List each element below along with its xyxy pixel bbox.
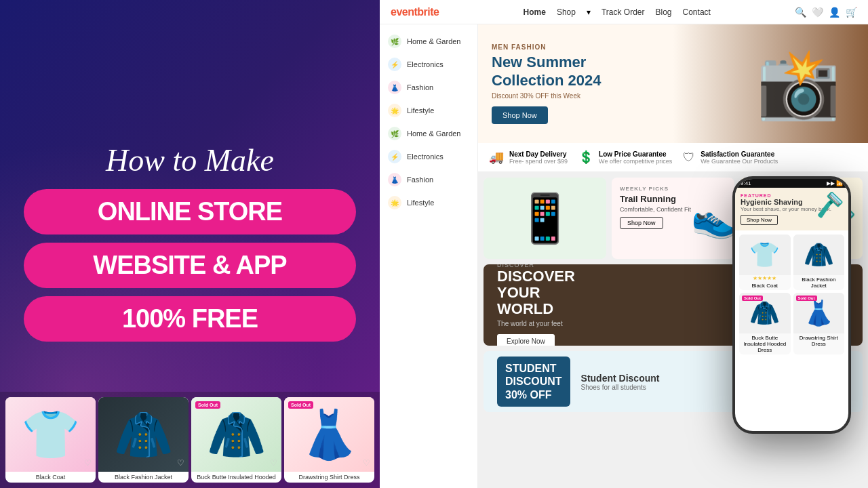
phone-mockup: 9:41 ▶▶ 📶 FEATURED Hygienic Shaving Your… — [732, 176, 851, 434]
left-panel: How to Make ONLINE STORE WEBSITE & APP 1… — [0, 0, 380, 488]
sidebar-item-fashion-2[interactable]: 👗 Fashion — [380, 168, 477, 191]
product-card-2[interactable]: 🧥 Black Fashion Jacket ♡ — [98, 397, 189, 483]
feature-guarantee: 🛡 Satisfaction Guarantee We Guarantee Ou… — [683, 150, 778, 165]
badge-online-store: ONLINE STORE — [24, 189, 356, 235]
feature-delivery: 🚚 Next Day Delivery Free- spend over $99 — [489, 150, 568, 165]
search-icon[interactable]: 🔍 — [795, 7, 806, 18]
product-label-1: Black Coat — [5, 472, 96, 483]
cart-icon[interactable]: 🛒 — [846, 7, 857, 18]
product-label-2: Black Fashion Jacket — [98, 472, 189, 483]
sidebar-label-6: Electronics — [407, 152, 443, 161]
phone-item-3[interactable]: Sold Out 🧥 Buck Butte Insulated Hooded D… — [739, 293, 791, 354]
discover-title: DISCOVERYOURWORLD — [497, 268, 575, 318]
product-card-4[interactable]: Sold Out 👗 Drawstring Shirt Dress ♡ — [284, 397, 374, 483]
fashion-icon-1: 👗 — [388, 81, 401, 94]
nav-contact[interactable]: Contact — [683, 7, 711, 17]
sidebar-item-electronics-1[interactable]: ⚡ Electronics — [380, 53, 477, 76]
phone-item-img-2: 🧥 — [793, 235, 845, 275]
phone-product-icon: 🪒 — [815, 191, 845, 219]
sidebar-label-1: Home & Garden — [407, 37, 460, 45]
sidebar-label-7: Fashion — [407, 176, 433, 184]
sidebar-item-fashion-1[interactable]: 👗 Fashion — [380, 76, 477, 99]
nav-home[interactable]: Home — [524, 7, 546, 17]
main-title: How to Make — [106, 142, 274, 178]
discover-subtitle: The world at your feet — [497, 320, 575, 327]
phone-sold-out-3: Sold Out — [742, 296, 763, 301]
electronics-icon-2: ⚡ — [388, 150, 401, 163]
phone-screen: 9:41 ▶▶ 📶 FEATURED Hygienic Shaving Your… — [735, 179, 848, 431]
price-title: Low Price Guarantee — [599, 150, 672, 158]
account-icon[interactable]: 👤 — [829, 7, 840, 18]
trail-running-banner[interactable]: WEEKLY PICKS Trail Running Comfortable, … — [612, 178, 734, 259]
nav-shop[interactable]: Shop — [557, 7, 576, 17]
phone-item-1[interactable]: 👕 ★★★★★ Black Coat — [739, 235, 791, 290]
phone-sold-out-4: Sold Out — [796, 296, 817, 301]
sidebar-label-2: Electronics — [407, 60, 443, 68]
hero-person-image: 📸 — [756, 24, 841, 143]
phone-item-4[interactable]: Sold Out 👗 Drawstring Shirt Dress — [793, 293, 845, 354]
product-card-3[interactable]: Sold Out 🧥 Buck Butte Insulated Hooded ♡ — [191, 397, 281, 483]
site-logo[interactable]: eventbrite — [391, 6, 439, 18]
delivery-icon: 🚚 — [489, 150, 504, 165]
heart-icon-2[interactable]: ♡ — [177, 458, 184, 468]
feature-price-text: Low Price Guarantee We offer competitive… — [599, 150, 672, 165]
product-label-3: Buck Butte Insulated Hooded — [191, 472, 281, 483]
product-image-2: 🧥 — [98, 397, 189, 472]
phone-status-bar: 9:41 ▶▶ 📶 — [735, 179, 848, 188]
home-garden-icon-2: 🌿 — [388, 127, 401, 140]
student-desc: Shoes for all students — [581, 384, 660, 391]
product-image-1: 👕 — [5, 397, 96, 472]
phone-item-label-4: Drawstring Shirt Dress — [793, 333, 845, 348]
product-card-1[interactable]: 👕 Black Coat ♡ — [5, 397, 96, 483]
hero-discount: Discount 30% OFF this Week — [492, 92, 601, 100]
sold-out-badge-4: Sold Out — [288, 401, 313, 409]
heart-icon-3[interactable]: ♡ — [270, 458, 277, 468]
nav-blog[interactable]: Blog — [656, 7, 672, 17]
sidebar-label-3: Fashion — [407, 83, 433, 92]
sidebar-item-lifestyle-1[interactable]: 🌟 Lifestyle — [380, 99, 477, 122]
hero-tag: MEN FASHION — [492, 43, 601, 51]
feature-guarantee-text: Satisfaction Guarantee We Guarantee Our … — [701, 150, 778, 165]
phone-item-label-3: Buck Butte Insulated Hooded Dress — [739, 333, 791, 354]
sidebar-item-home-garden-1[interactable]: 🌿 Home & Garden — [380, 30, 477, 53]
discover-btn[interactable]: Explore Now — [497, 334, 555, 346]
home-garden-icon-1: 🌿 — [388, 35, 401, 48]
phone-item-label-1: Black Coat — [739, 281, 791, 290]
bottom-products-row: 👕 Black Coat ♡ 🧥 Black Fashion Jacket ♡ … — [0, 392, 380, 488]
features-row: 🚚 Next Day Delivery Free- spend over $99… — [478, 143, 868, 172]
price-desc: We offer competitive prices — [599, 158, 672, 165]
student-discount-badge: STUDENTDISCOUNT30% OFF — [497, 357, 570, 407]
delivery-desc: Free- spend over $99 — [509, 158, 568, 165]
hero-title: New SummerCollection 2024 — [492, 54, 601, 89]
student-title: Student Discount — [581, 373, 660, 384]
lifestyle-icon-2: 🌟 — [388, 196, 401, 209]
phone-item-stars-1: ★★★★★ — [739, 275, 791, 281]
guarantee-desc: We Guarantee Our Products — [701, 158, 778, 165]
nav-track[interactable]: Track Order — [601, 7, 645, 17]
hero-shop-btn[interactable]: Shop Now — [492, 106, 548, 124]
trail-tag: WEEKLY PICKS — [620, 186, 726, 192]
sidebar-label-8: Lifestyle — [407, 199, 434, 207]
trail-btn[interactable]: Shop Now — [620, 217, 663, 229]
heart-icon-4[interactable]: ♡ — [363, 458, 370, 468]
category-sidebar: 🌿 Home & Garden ⚡ Electronics 👗 Fashion … — [380, 24, 478, 488]
header-icons: 🔍 🤍 👤 🛒 — [795, 7, 857, 18]
tablet-banner[interactable]: 📱 — [484, 178, 606, 259]
heart-icon-1[interactable]: ♡ — [84, 458, 92, 468]
discover-text: DISCOVER DISCOVERYOURWORLD The world at … — [497, 264, 575, 346]
student-badge-text: STUDENTDISCOUNT30% OFF — [505, 363, 562, 400]
phone-product-grid: 👕 ★★★★★ Black Coat 🧥 Black Fashion Jacke… — [735, 230, 848, 359]
trail-shoe-image: 👟 — [691, 197, 734, 241]
feature-delivery-text: Next Day Delivery Free- spend over $99 — [509, 150, 568, 165]
wishlist-icon[interactable]: 🤍 — [812, 7, 823, 18]
sidebar-item-electronics-2[interactable]: ⚡ Electronics — [380, 145, 477, 168]
sidebar-item-lifestyle-2[interactable]: 🌟 Lifestyle — [380, 191, 477, 214]
price-icon: 💲 — [578, 150, 593, 165]
lifestyle-icon-1: 🌟 — [388, 104, 401, 117]
phone-item-img-1: 👕 — [739, 235, 791, 275]
phone-shop-btn[interactable]: Shop Now — [741, 215, 778, 225]
badge-free: 100% FREE — [24, 296, 356, 342]
sidebar-item-home-garden-2[interactable]: 🌿 Home & Garden — [380, 122, 477, 145]
phone-item-2[interactable]: 🧥 Black Fashion Jacket — [793, 235, 845, 290]
main-nav: Home Shop ▾ Track Order Blog Contact — [524, 7, 711, 17]
